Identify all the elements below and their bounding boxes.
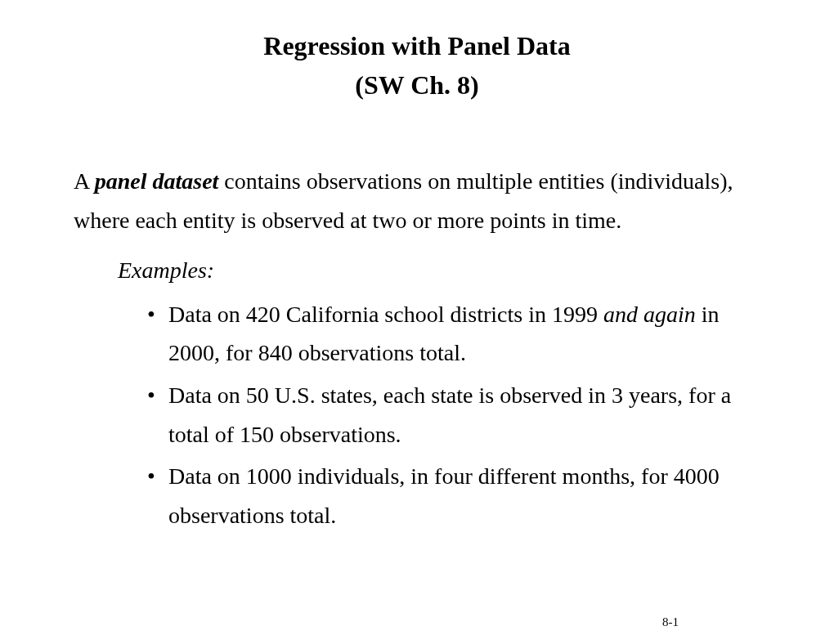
title-main: Regression with Panel Data — [74, 26, 760, 65]
bullet-text-pre: Data on 1000 individuals, in four differ… — [168, 463, 720, 528]
body-content: A panel dataset contains observations on… — [74, 162, 760, 534]
list-item: Data on 1000 individuals, in four differ… — [147, 457, 760, 534]
examples-label-text: Examples — [118, 257, 207, 283]
list-item: Data on 50 U.S. states, each state is ob… — [147, 376, 760, 454]
page-number: 8-1 — [662, 615, 679, 629]
examples-label: Examples: — [118, 251, 760, 290]
title-block: Regression with Panel Data (SW Ch. 8) — [74, 26, 760, 105]
list-item: Data on 420 California school districts … — [147, 295, 760, 373]
definition-term: panel dataset — [95, 168, 219, 194]
bullet-text-pre: Data on 50 U.S. states, each state is ob… — [168, 382, 731, 447]
definition-prefix: A — [74, 168, 95, 194]
examples-list: Data on 420 California school districts … — [147, 295, 760, 535]
bullet-text-italic: and again — [603, 302, 696, 327]
bullet-text-pre: Data on 420 California school districts … — [168, 302, 603, 327]
examples-colon: : — [207, 257, 214, 283]
definition-paragraph: A panel dataset contains observations on… — [74, 162, 760, 239]
title-sub: (SW Ch. 8) — [74, 65, 760, 105]
